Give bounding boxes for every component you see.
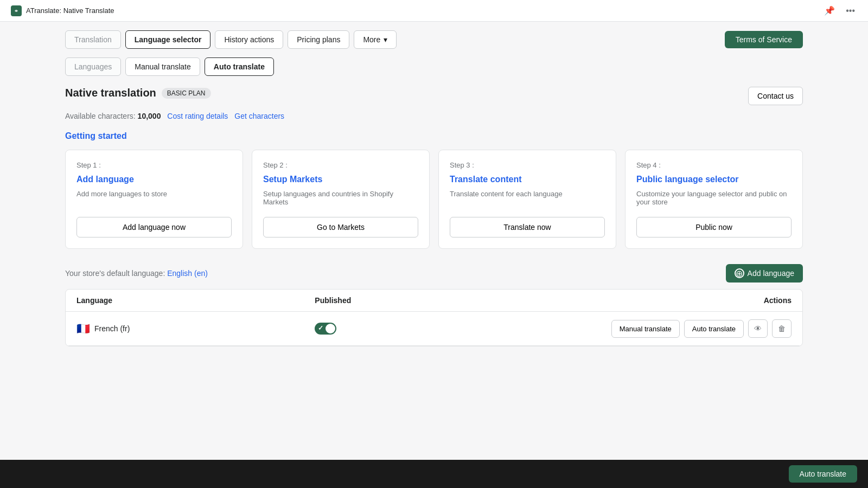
- terms-of-service-button[interactable]: Terms of Service: [725, 31, 803, 48]
- app-icon: [11, 5, 22, 16]
- language-table: Language Published Actions 🇫🇷 French (fr…: [65, 289, 803, 346]
- language-name: French (fr): [94, 324, 130, 333]
- step-1-label: Step 1 :: [76, 161, 232, 169]
- auto-translate-row-button[interactable]: Auto translate: [684, 320, 744, 338]
- step-2-label: Step 2 :: [263, 161, 418, 169]
- toggle-thumb: [326, 324, 335, 333]
- eye-icon: 👁: [754, 324, 762, 333]
- title-bar-actions: 📌 •••: [822, 3, 857, 18]
- tab-translation[interactable]: Translation: [65, 30, 121, 49]
- step-2-title: Setup Markets: [263, 175, 418, 184]
- public-now-button[interactable]: Public now: [636, 217, 792, 237]
- contact-us-button[interactable]: Contact us: [748, 87, 803, 105]
- step-card-2: Step 2 : Setup Markets Setup languages a…: [252, 150, 430, 249]
- tab-history-actions[interactable]: History actions: [215, 30, 283, 49]
- subtab-manual-translate[interactable]: Manual translate: [125, 57, 200, 76]
- step-card-3: Step 3 : Translate content Translate con…: [438, 150, 616, 249]
- toggle-track[interactable]: ✓: [315, 323, 336, 335]
- col-header-published: Published: [315, 296, 553, 305]
- col-header-actions: Actions: [553, 296, 792, 305]
- step-1-title: Add language: [76, 175, 232, 184]
- chevron-down-icon: ▾: [384, 35, 387, 44]
- char-count: 10,000: [138, 112, 161, 120]
- step-4-label: Step 4 :: [636, 161, 792, 169]
- table-row: 🇫🇷 French (fr) ✓ Manual translate Auto t…: [66, 312, 802, 346]
- get-characters-link[interactable]: Get characters: [234, 112, 284, 120]
- steps-grid: Step 1 : Add language Add more languages…: [65, 150, 803, 249]
- nav-tabs: Translation Language selector History ac…: [65, 30, 803, 49]
- step-4-desc: Customize your language selector and pub…: [636, 190, 792, 206]
- translate-now-button[interactable]: Translate now: [450, 217, 605, 237]
- go-to-markets-button[interactable]: Go to Markets: [263, 217, 418, 237]
- view-button[interactable]: 👁: [748, 319, 768, 338]
- nav-tabs-left: Translation Language selector History ac…: [65, 30, 397, 49]
- title-bar: ATranslate: Native Translate 📌 •••: [0, 0, 868, 22]
- plus-icon: ⊕: [735, 268, 744, 278]
- add-language-button[interactable]: ⊕ Add language: [726, 264, 803, 282]
- language-info: 🇫🇷 French (fr): [76, 322, 315, 335]
- trash-icon: 🗑: [778, 324, 786, 333]
- section-title: Native translation: [65, 87, 156, 99]
- step-4-title: Public language selector: [636, 175, 792, 184]
- getting-started-section: Getting started Step 1 : Add language Ad…: [65, 131, 803, 249]
- title-bar-left: ATranslate: Native Translate: [11, 5, 114, 16]
- subtab-languages[interactable]: Languages: [65, 57, 121, 76]
- getting-started-title: Getting started: [65, 131, 803, 141]
- store-default-text: Your store's default language: English (…: [65, 269, 208, 278]
- main-container: Translation Language selector History ac…: [54, 22, 814, 355]
- tab-language-selector[interactable]: Language selector: [125, 30, 211, 49]
- pin-button[interactable]: 📌: [822, 3, 837, 18]
- step-3-desc: Translate content for each language: [450, 190, 605, 206]
- step-3-title: Translate content: [450, 175, 605, 184]
- step-card-4: Step 4 : Public language selector Custom…: [625, 150, 803, 249]
- add-language-now-button[interactable]: Add language now: [76, 217, 232, 237]
- french-flag: 🇫🇷: [76, 322, 90, 335]
- tab-pricing-plans[interactable]: Pricing plans: [288, 30, 349, 49]
- row-actions: Manual translate Auto translate 👁 🗑: [553, 319, 792, 338]
- subtab-auto-translate[interactable]: Auto translate: [205, 57, 274, 76]
- tab-more[interactable]: More ▾: [354, 30, 397, 49]
- col-header-language: Language: [76, 296, 315, 305]
- cost-rating-link[interactable]: Cost rating details: [167, 112, 228, 120]
- published-toggle[interactable]: ✓: [315, 323, 553, 335]
- plan-badge: BASIC PLAN: [162, 88, 211, 99]
- default-language: English (en): [167, 269, 208, 278]
- delete-button[interactable]: 🗑: [772, 319, 792, 338]
- section-title-group: Native translation BASIC PLAN: [65, 87, 211, 99]
- section-header: Native translation BASIC PLAN Contact us: [65, 87, 803, 105]
- checkmark-icon: ✓: [318, 324, 323, 332]
- store-default-row: Your store's default language: English (…: [65, 264, 803, 282]
- available-chars: Available characters: 10,000 Cost rating…: [65, 112, 803, 120]
- step-card-1: Step 1 : Add language Add more languages…: [65, 150, 243, 249]
- step-1-desc: Add more languages to store: [76, 190, 232, 206]
- app-title: ATranslate: Native Translate: [26, 7, 114, 15]
- sub-tabs: Languages Manual translate Auto translat…: [65, 57, 803, 76]
- manual-translate-button[interactable]: Manual translate: [611, 320, 680, 338]
- more-button[interactable]: •••: [844, 4, 857, 18]
- step-3-label: Step 3 :: [450, 161, 605, 169]
- step-2-desc: Setup languages and countries in Shopify…: [263, 190, 418, 206]
- table-header: Language Published Actions: [66, 290, 802, 312]
